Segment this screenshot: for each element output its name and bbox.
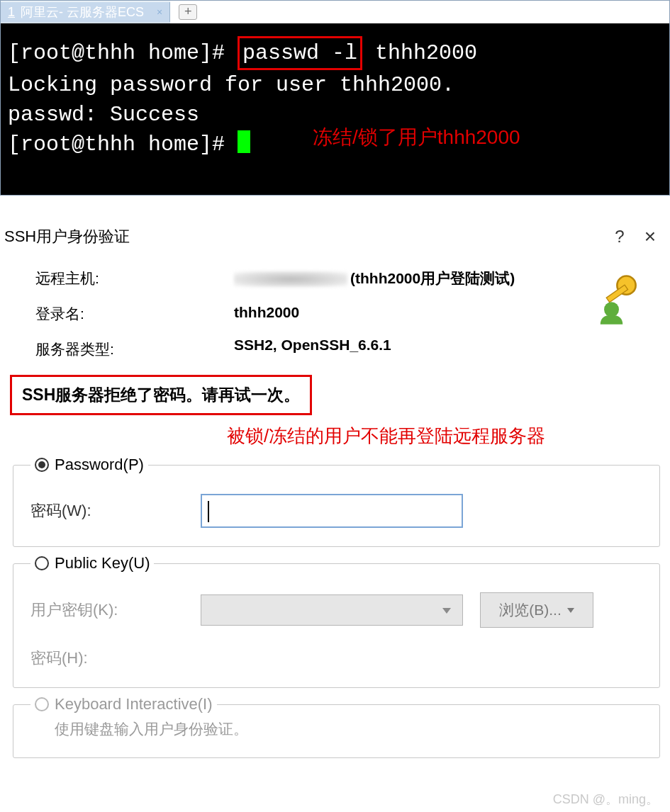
key-password-label: 密码(H): bbox=[30, 648, 201, 669]
radio-publickey[interactable] bbox=[35, 556, 49, 570]
label-remote-host: 远程主机: bbox=[35, 269, 234, 288]
error-area: SSH服务器拒绝了密码。请再试一次。 bbox=[0, 366, 670, 418]
close-icon[interactable]: × bbox=[157, 6, 162, 18]
password-label: 密码(W): bbox=[30, 500, 201, 521]
method-publickey: Public Key(U) 用户密钥(K): 浏览(B)... 密码(H): bbox=[13, 554, 660, 688]
method-password: Password(P) 密码(W): bbox=[13, 456, 660, 547]
tab-bar: 1 阿里云- 云服务器ECS × + bbox=[1, 1, 669, 23]
value-remote-host: (thhh2000用户登陆测试) bbox=[234, 269, 515, 288]
help-icon[interactable]: ? bbox=[615, 227, 624, 247]
highlighted-command: passwd -l bbox=[238, 36, 362, 70]
new-tab-button[interactable]: + bbox=[179, 4, 197, 20]
watermark: CSDN @。ming。 bbox=[553, 791, 659, 808]
keyboard-desc: 使用键盘输入用户身份验证。 bbox=[55, 719, 642, 739]
tab-title: 阿里云- 云服务器ECS bbox=[21, 4, 144, 21]
annotation-text: 被锁/冻结的用户不能再登陆远程服务器 bbox=[227, 424, 670, 449]
annotation-text: 冻结/锁了用户thhh2000 bbox=[313, 123, 520, 151]
error-message: SSH服务器拒绝了密码。请再试一次。 bbox=[10, 375, 312, 415]
userkey-dropdown[interactable] bbox=[201, 594, 463, 626]
tab-bar-bg: + bbox=[170, 1, 669, 23]
auth-methods: Password(P) 密码(W): Public Key(U) 用户密钥(K)… bbox=[13, 456, 660, 758]
cursor-icon bbox=[238, 130, 250, 153]
keyboard-legend[interactable]: Keyboard Interactive(I) bbox=[30, 695, 217, 714]
redacted-host bbox=[234, 271, 347, 287]
tab-number: 1 bbox=[8, 5, 15, 20]
method-keyboard: Keyboard Interactive(I) 使用键盘输入用户身份验证。 bbox=[13, 695, 660, 758]
value-server-type: SSH2, OpenSSH_6.6.1 bbox=[234, 337, 515, 354]
svg-point-2 bbox=[604, 302, 619, 317]
terminal-window: 1 阿里云- 云服务器ECS × + [root@thhh home]# pas… bbox=[0, 0, 670, 196]
key-user-icon bbox=[589, 269, 649, 328]
tab-active[interactable]: 1 阿里云- 云服务器ECS × bbox=[1, 2, 170, 22]
dialog-title: SSH用户身份验证 bbox=[4, 226, 615, 247]
userkey-label: 用户密钥(K): bbox=[30, 599, 201, 621]
close-icon[interactable]: × bbox=[644, 225, 656, 248]
terminal-body[interactable]: [root@thhh home]# passwd -l thhh2000 Loc… bbox=[1, 23, 669, 195]
chevron-down-icon bbox=[567, 608, 574, 613]
password-legend[interactable]: Password(P) bbox=[30, 456, 148, 474]
radio-keyboard[interactable] bbox=[35, 697, 49, 711]
browse-button[interactable]: 浏览(B)... bbox=[480, 592, 593, 628]
connection-info: 远程主机: 登录名: 服务器类型: (thhh2000用户登陆测试) thhh2… bbox=[0, 256, 670, 366]
dialog-header: SSH用户身份验证 ? × bbox=[0, 222, 670, 256]
ssh-auth-dialog: SSH用户身份验证 ? × 远程主机: 登录名: 服务器类型: (thhh200… bbox=[0, 222, 670, 758]
label-server-type: 服务器类型: bbox=[35, 339, 234, 359]
radio-password[interactable] bbox=[35, 458, 49, 472]
publickey-legend[interactable]: Public Key(U) bbox=[30, 554, 154, 573]
terminal-line: Locking password for user thhh2000. bbox=[8, 70, 662, 100]
terminal-line: [root@thhh home]# passwd -l thhh2000 bbox=[8, 36, 662, 70]
password-input[interactable] bbox=[201, 494, 463, 528]
text-caret bbox=[208, 501, 209, 522]
label-login: 登录名: bbox=[35, 304, 234, 324]
value-login: thhh2000 bbox=[234, 304, 515, 321]
